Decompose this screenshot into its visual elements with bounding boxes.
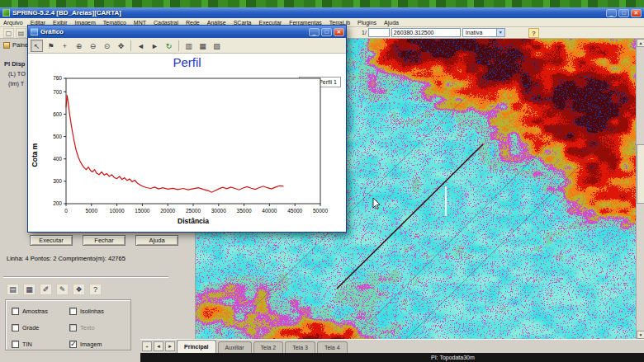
minimize-button[interactable]: _ — [606, 9, 617, 17]
svg-text:30000: 30000 — [211, 208, 226, 214]
scroll-up-icon[interactable]: ▲ — [637, 39, 644, 47]
svg-text:5000: 5000 — [86, 208, 98, 214]
maximize-button[interactable]: □ — [618, 9, 629, 17]
help-icon[interactable]: ? — [528, 28, 539, 38]
grid-icon[interactable]: ▦ — [23, 284, 36, 295]
panel-help-icon[interactable]: ? — [89, 284, 102, 295]
grafico-close-button[interactable]: ✕ — [334, 28, 344, 36]
option-grade[interactable]: ✓ Grade — [12, 322, 69, 333]
checkbox-texto: ✓ — [69, 324, 77, 331]
executar-button[interactable]: Executar — [30, 235, 73, 246]
tab-tela4[interactable]: Tela 4 — [317, 341, 348, 353]
tabs-scroll-right-icon[interactable]: ► — [165, 341, 175, 351]
menu-ajuda[interactable]: Ajuda — [384, 20, 399, 26]
option-amostras[interactable]: ✓ Amostras — [12, 306, 69, 317]
tab-auxiliar[interactable]: Auxiliar — [218, 341, 252, 353]
panel-icon — [3, 42, 10, 49]
option-label: Amostras — [22, 308, 48, 315]
panel-tool-row: ▤ ▦ ✐ ✎ ❖ ? — [7, 284, 102, 295]
check-icon: ✓ — [70, 340, 77, 348]
scale-input[interactable] — [368, 28, 390, 37]
svg-text:400: 400 — [53, 156, 62, 162]
edit-icon[interactable]: ✎ — [56, 284, 69, 295]
svg-text:10000: 10000 — [110, 208, 125, 214]
scroll-down-icon[interactable]: ▼ — [637, 331, 644, 339]
panel-buttons: Executar Fechar Ajuda — [30, 235, 178, 246]
paint-icon[interactable]: ❖ — [73, 284, 85, 295]
y-axis-label: Cota m — [31, 118, 39, 192]
pointer-tool-icon[interactable]: ↖ — [31, 40, 43, 52]
svg-text:700: 700 — [53, 89, 62, 95]
option-label: Isolinhas — [80, 308, 104, 315]
chart-title: Perfil — [28, 55, 346, 69]
tab-tela3[interactable]: Tela 3 — [285, 341, 315, 353]
flag-icon[interactable]: ⚑ — [45, 40, 57, 52]
pan-icon[interactable]: ✥ — [115, 40, 127, 52]
scrollbar-thumb[interactable] — [637, 144, 644, 204]
add-view-icon[interactable]: + — [142, 341, 152, 351]
svg-text:Distância: Distância — [178, 217, 209, 225]
profile-chart: Cota m 200300400500600700760050001000015… — [41, 72, 332, 225]
prev-profile-icon[interactable]: ◄ — [135, 40, 147, 52]
active-pi-label: PI: Topodata30m — [431, 355, 475, 360]
svg-text:0: 0 — [64, 208, 68, 214]
svg-text:15000: 15000 — [135, 208, 149, 214]
option-isolinhas[interactable]: ✓ Isolinhas — [69, 306, 127, 317]
menu-plugins[interactable]: Plugins — [358, 20, 376, 26]
checkbox-isolinhas[interactable]: ✓ — [69, 308, 77, 315]
app-icon — [2, 9, 10, 16]
cursor-mode-value: Inativa — [466, 30, 483, 35]
grafico-titlebar[interactable]: Gráfico _ □ ✕ — [28, 26, 346, 38]
crosshair-icon[interactable]: + — [59, 40, 71, 52]
new-file-icon[interactable]: ▢ — [3, 28, 14, 38]
window-titlebar[interactable]: SPRING-5.2.4 [BD_Areias][CARTA] _ □ ✕ — [0, 7, 644, 18]
next-profile-icon[interactable]: ► — [149, 40, 161, 52]
chart-window-icon — [31, 28, 38, 35]
zoom-out-icon[interactable]: ⊖ — [87, 40, 99, 52]
list-icon[interactable]: ▤ — [7, 284, 19, 295]
svg-text:35000: 35000 — [237, 208, 252, 214]
table-icon[interactable]: ▧ — [211, 40, 223, 52]
print-chart-icon[interactable]: ▦ — [197, 40, 209, 52]
desktop-background — [0, 0, 644, 7]
panel-divider — [3, 276, 168, 278]
coordinate-input[interactable] — [391, 28, 461, 37]
refresh-icon[interactable]: ↻ — [163, 40, 175, 52]
grafico-controls: _ □ ✕ — [309, 28, 344, 36]
option-imagem[interactable]: ✓ Imagem — [69, 339, 127, 350]
tab-principal[interactable]: Principal — [177, 340, 216, 353]
svg-text:25000: 25000 — [186, 208, 201, 214]
checkbox-imagem[interactable]: ✓ — [69, 341, 77, 348]
measure-status-text: Linha: 4 Pontos: 2 Comprimento(m): 42765 — [7, 255, 125, 262]
tabs-scroll-left-icon[interactable]: ◄ — [154, 341, 163, 351]
svg-text:50000: 50000 — [313, 208, 328, 214]
fechar-button[interactable]: Fechar — [83, 235, 125, 246]
measure-icon[interactable]: ✐ — [40, 284, 52, 295]
open-folder-icon[interactable]: ▤ — [16, 28, 26, 38]
grafico-maximize-button[interactable]: □ — [321, 28, 332, 36]
view-tabs: + ◄ ► Principal Auxiliar Tela 2 Tela 3 T… — [140, 339, 644, 353]
option-tin[interactable]: ✓ TIN — [12, 339, 69, 350]
checkbox-grade[interactable]: ✓ — [12, 324, 19, 331]
menu-arquivo[interactable]: Arquivo — [3, 20, 23, 26]
option-texto: ✓ Texto — [69, 322, 127, 333]
option-label: Imagem — [80, 341, 102, 348]
tab-tela2[interactable]: Tela 2 — [253, 341, 284, 353]
vertical-scrollbar[interactable]: ▲ ▼ — [636, 39, 644, 339]
close-button[interactable]: ✕ — [631, 9, 642, 17]
chevron-down-icon: ▼ — [496, 29, 504, 36]
window-controls: _ □ ✕ — [606, 9, 642, 17]
grafico-minimize-button[interactable]: _ — [309, 28, 320, 36]
checkbox-tin[interactable]: ✓ — [12, 341, 19, 348]
grafico-toolbar: ↖ ⚑ + ⊕ ⊖ ⊙ ✥ ◄ ► ↻ ▥ ▦ ▧ — [28, 38, 346, 54]
svg-text:300: 300 — [53, 178, 62, 184]
cursor-mode-select[interactable]: Inativa ▼ — [462, 28, 505, 37]
save-chart-icon[interactable]: ▥ — [182, 40, 195, 52]
svg-text:20000: 20000 — [160, 208, 175, 214]
svg-text:40000: 40000 — [262, 208, 277, 214]
option-label: TIN — [22, 341, 32, 348]
ajuda-button[interactable]: Ajuda — [135, 235, 178, 246]
checkbox-amostras[interactable]: ✓ — [12, 308, 19, 315]
zoom-extent-icon[interactable]: ⊙ — [101, 40, 113, 52]
zoom-in-icon[interactable]: ⊕ — [73, 40, 85, 52]
